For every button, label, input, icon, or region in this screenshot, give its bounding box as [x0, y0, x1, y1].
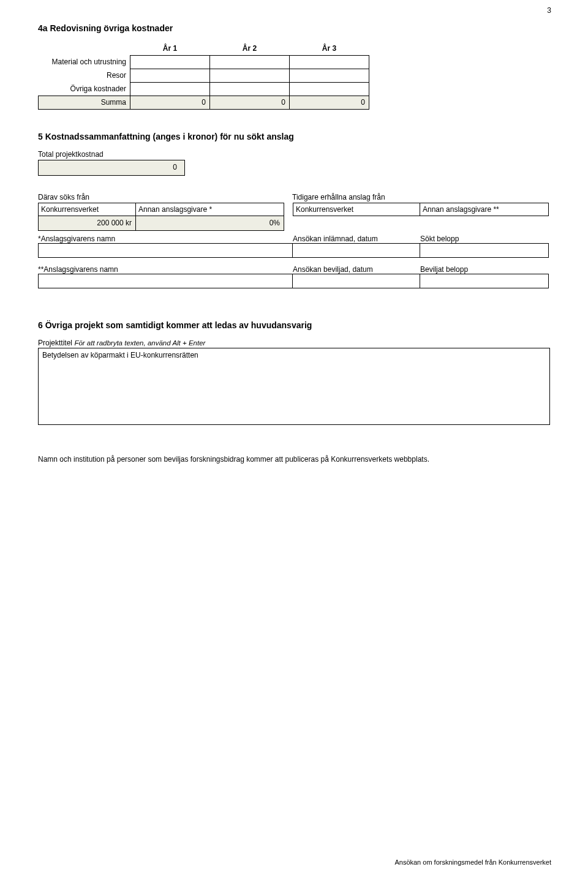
inlamnad-datum-input[interactable]: [293, 243, 420, 258]
darav-soks-fran-label: Därav söks från: [38, 193, 292, 201]
total-projektkostnad-value: 0: [38, 160, 185, 176]
beviljat-belopp-input[interactable]: [420, 274, 549, 288]
table-row: Övriga kostnader: [39, 82, 369, 96]
beviljat-belopp-label: Beviljat belopp: [420, 265, 551, 274]
cell[interactable]: [290, 82, 369, 96]
section-5-title: 5 Kostnadssammanfattning (anges i kronor…: [38, 132, 551, 141]
col-year2: År 2: [210, 42, 290, 55]
table-row: Resor: [39, 69, 369, 82]
cell[interactable]: [130, 69, 210, 82]
amount-requested: 200 000 kr: [38, 216, 136, 231]
sokt-belopp-label: Sökt belopp: [420, 235, 551, 243]
projekttitel-input[interactable]: Betydelsen av köparmakt i EU-konkurrensr…: [38, 348, 550, 425]
annan-anslagsgivare-2: Annan anslagsgivare **: [420, 203, 549, 216]
anslagsgivare1-row: [38, 243, 551, 258]
projekttitel-hint: För att radbryta texten, använd Alt + En…: [74, 339, 205, 347]
cell[interactable]: [130, 82, 210, 96]
sokt-belopp-input[interactable]: [420, 243, 549, 258]
table-row-summa: Summa 0 0 0: [39, 96, 369, 109]
cell[interactable]: [210, 82, 290, 96]
anslagsgivare1-label: *Anslagsgivarens namn: [38, 235, 293, 243]
percent-value: 0%: [136, 216, 284, 231]
cell[interactable]: [210, 69, 290, 82]
konkurrensverket-2: Konkurrensverket: [293, 203, 420, 216]
beviljad-datum-input[interactable]: [293, 274, 420, 288]
tidigare-erhallna-label: Tidigare erhållna anslag från: [292, 193, 551, 201]
disclaimer-text: Namn och institution på personer som bev…: [38, 454, 491, 464]
cell[interactable]: [130, 55, 210, 69]
anslagsgivare2-label: **Anslagsgivarens namn: [38, 265, 293, 274]
summa-y2: 0: [210, 96, 290, 109]
projekttitel-label: Projekttitel: [38, 339, 72, 347]
col-year1: År 1: [130, 42, 210, 55]
summa-y1: 0: [130, 96, 210, 109]
row-resor-label: Resor: [39, 69, 130, 82]
cell[interactable]: [290, 69, 369, 82]
funder-header-row: Konkurrensverket Annan anslagsgivare * K…: [38, 203, 551, 216]
konkurrensverket-1: Konkurrensverket: [38, 203, 136, 216]
anslagsgivare2-row: [38, 274, 551, 288]
funder-value-row: 200 000 kr 0%: [38, 216, 551, 231]
total-projektkostnad-label: Total projektkostnad: [38, 150, 551, 159]
row-material-label: Material och utrustning: [39, 55, 130, 69]
anslagsgivare1-input[interactable]: [38, 243, 293, 258]
beviljad-datum-label: Ansökan beviljad, datum: [293, 265, 420, 274]
inlamnad-datum-label: Ansökan inlämnad, datum: [293, 235, 420, 243]
anslagsgivare2-input[interactable]: [38, 274, 293, 288]
page-number: 3: [547, 6, 551, 15]
row-ovriga-label: Övriga kostnader: [39, 82, 130, 96]
cell[interactable]: [290, 55, 369, 69]
section-4a-title: 4a Redovisning övriga kostnader: [38, 23, 551, 33]
table-row: Material och utrustning: [39, 55, 369, 69]
row-summa-label: Summa: [39, 96, 130, 109]
table-4a: År 1 År 2 År 3 Material och utrustning R…: [38, 42, 369, 110]
section-6-title: 6 Övriga projekt som samtidigt kommer at…: [38, 320, 551, 330]
cell[interactable]: [210, 55, 290, 69]
summa-y3: 0: [290, 96, 369, 109]
col-year3: År 3: [290, 42, 369, 55]
annan-anslagsgivare-1: Annan anslagsgivare *: [136, 203, 284, 216]
footer-text: Ansökan om forskningsmedel från Konkurre…: [394, 859, 551, 866]
